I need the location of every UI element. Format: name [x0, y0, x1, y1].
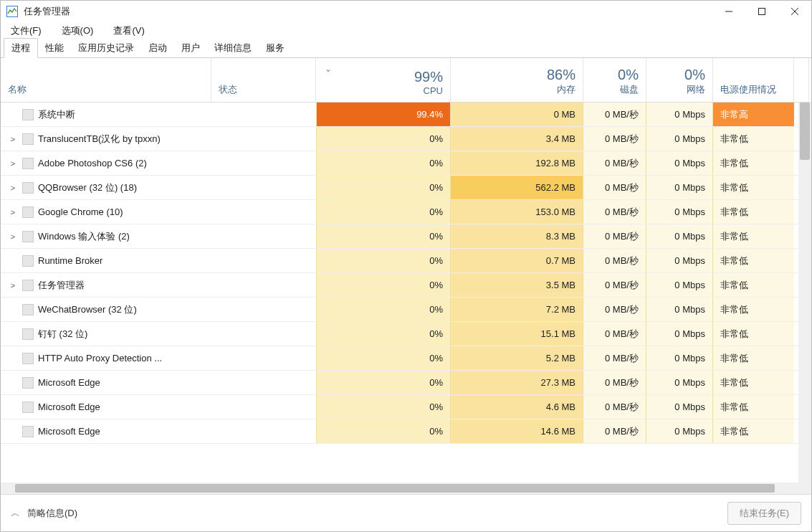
cell-name: 钉钉 (32 位) [1, 322, 211, 346]
header-name[interactable]: 名称 [1, 58, 211, 102]
minimize-button[interactable] [712, 1, 745, 22]
cell-network: 0 Mbps [646, 273, 713, 297]
task-manager-window: 任务管理器 文件(F) 选项(O) 查看(V) 进程 性能 应用历史记录 启动 … [0, 0, 812, 532]
cell-status [211, 371, 316, 394]
fewer-details-button[interactable]: ︿ 简略信息(D) [11, 507, 77, 520]
menu-file[interactable]: 文件(F) [5, 23, 47, 39]
process-name: 系统中断 [38, 108, 75, 121]
cell-disk: 0 MB/秒 [583, 322, 646, 346]
tabs: 进程 性能 应用历史记录 启动 用户 详细信息 服务 [1, 39, 811, 58]
process-name: Microsoft Edge [38, 402, 100, 412]
tab-performance[interactable]: 性能 [38, 39, 71, 57]
cell-power: 非常低 [713, 298, 794, 321]
menu-view[interactable]: 查看(V) [108, 23, 150, 39]
header-memory[interactable]: 86% 内存 [451, 58, 583, 102]
tab-services[interactable]: 服务 [259, 39, 292, 57]
cell-cpu: 0% [316, 249, 451, 272]
close-button[interactable] [778, 1, 811, 22]
table-row[interactable]: >Google Chrome (10)0%153.0 MB0 MB/秒0 Mbp… [1, 200, 811, 224]
table-row[interactable]: Runtime Broker0%0.7 MB0 MB/秒0 Mbps非常低 [1, 249, 811, 273]
cell-network: 0 Mbps [646, 395, 713, 419]
header-network[interactable]: 0% 网络 [646, 58, 713, 102]
cell-power: 非常低 [713, 127, 794, 151]
process-name: Adobe Photoshop CS6 (2) [38, 158, 147, 168]
process-name: Microsoft Edge [38, 377, 100, 388]
expander-icon[interactable]: > [8, 232, 18, 241]
cell-disk: 0 MB/秒 [583, 371, 646, 394]
cell-power: 非常低 [713, 346, 794, 370]
cell-name: Microsoft Edge [1, 395, 211, 419]
maximize-button[interactable] [745, 1, 778, 22]
table-row[interactable]: WeChatBrowser (32 位)0%7.2 MB0 MB/秒0 Mbps… [1, 298, 811, 322]
tab-processes[interactable]: 进程 [4, 38, 38, 58]
cell-network: 0 Mbps [646, 371, 713, 394]
titlebar: 任务管理器 [1, 1, 811, 22]
table-row[interactable]: >TranslucentTB(汉化 by tpxxn)0%3.4 MB0 MB/… [1, 127, 811, 151]
process-icon [22, 182, 34, 194]
cell-cpu: 0% [316, 298, 451, 321]
process-name: QQBrowser (32 位) (18) [38, 181, 137, 194]
tab-app-history[interactable]: 应用历史记录 [71, 39, 141, 57]
process-icon [22, 206, 34, 218]
cell-disk: 0 MB/秒 [583, 249, 646, 272]
tab-details[interactable]: 详细信息 [207, 39, 259, 57]
cell-name: >Adobe Photoshop CS6 (2) [1, 151, 211, 175]
cell-cpu: 0% [316, 322, 451, 346]
cell-name: HTTP Auto Proxy Detection ... [1, 346, 211, 370]
vertical-scrollbar[interactable] [798, 103, 811, 483]
tab-startup[interactable]: 启动 [141, 39, 174, 57]
cell-cpu: 0% [316, 273, 451, 297]
expander-icon[interactable]: > [8, 281, 18, 290]
cell-cpu: 99.4% [316, 103, 451, 126]
table-row[interactable]: Microsoft Edge0%27.3 MB0 MB/秒0 Mbps非常低 [1, 371, 811, 395]
header-cpu[interactable]: ⌄ 99% CPU [316, 58, 451, 102]
cell-cpu: 0% [316, 371, 451, 394]
cell-power: 非常低 [713, 151, 794, 175]
table-row[interactable]: 钉钉 (32 位)0%15.1 MB0 MB/秒0 Mbps非常低 [1, 322, 811, 346]
window-title: 任务管理器 [24, 5, 70, 18]
process-icon [22, 109, 34, 120]
expander-icon[interactable]: > [8, 159, 18, 168]
horizontal-scrollbar-thumb[interactable] [15, 484, 775, 493]
menubar: 文件(F) 选项(O) 查看(V) [1, 22, 811, 39]
table-row[interactable]: >Adobe Photoshop CS6 (2)0%192.8 MB0 MB/秒… [1, 151, 811, 176]
process-name: Windows 输入体验 (2) [38, 230, 130, 243]
cell-name: Microsoft Edge [1, 419, 211, 443]
process-icon [22, 377, 34, 389]
cell-network: 0 Mbps [646, 298, 713, 321]
chevron-up-icon: ︿ [11, 507, 20, 520]
cell-power: 非常低 [713, 176, 794, 199]
menu-options[interactable]: 选项(O) [56, 23, 100, 39]
expander-icon[interactable]: > [8, 184, 18, 192]
cell-memory: 192.8 MB [451, 151, 583, 175]
process-name: Google Chrome (10) [38, 206, 123, 217]
cell-cpu: 0% [316, 176, 451, 199]
vertical-scrollbar-thumb[interactable] [800, 103, 810, 160]
cell-cpu: 0% [316, 224, 451, 248]
cell-memory: 5.2 MB [451, 346, 583, 370]
header-power[interactable]: 电源使用情况 [713, 58, 794, 102]
table-row[interactable]: Microsoft Edge0%4.6 MB0 MB/秒0 Mbps非常低 [1, 395, 811, 419]
expander-icon[interactable]: > [8, 135, 18, 143]
cell-disk: 0 MB/秒 [583, 346, 646, 370]
cell-power: 非常低 [713, 249, 794, 272]
table-row[interactable]: HTTP Auto Proxy Detection ...0%5.2 MB0 M… [1, 346, 811, 371]
cell-memory: 0 MB [451, 103, 583, 126]
table-row[interactable]: >Windows 输入体验 (2)0%8.3 MB0 MB/秒0 Mbps非常低 [1, 224, 811, 249]
header-status[interactable]: 状态 [211, 58, 316, 102]
tab-users[interactable]: 用户 [174, 39, 207, 57]
end-task-button[interactable]: 结束任务(E) [727, 502, 801, 525]
header-disk[interactable]: 0% 磁盘 [583, 58, 646, 102]
expander-icon[interactable]: > [8, 208, 18, 217]
table-row[interactable]: >任务管理器0%3.5 MB0 MB/秒0 Mbps非常低 [1, 273, 811, 298]
cell-name: >Windows 输入体验 (2) [1, 224, 211, 248]
table-row[interactable]: 系统中断99.4%0 MB0 MB/秒0 Mbps非常高 [1, 103, 811, 127]
cell-cpu: 0% [316, 346, 451, 370]
table-row[interactable]: Microsoft Edge0%14.6 MB0 MB/秒0 Mbps非常低 [1, 419, 811, 444]
table-row[interactable]: >QQBrowser (32 位) (18)0%562.2 MB0 MB/秒0 … [1, 176, 811, 200]
horizontal-scrollbar[interactable] [1, 483, 811, 494]
process-name: Microsoft Edge [38, 426, 100, 437]
cell-disk: 0 MB/秒 [583, 127, 646, 151]
cell-network: 0 Mbps [646, 224, 713, 248]
cell-disk: 0 MB/秒 [583, 200, 646, 224]
